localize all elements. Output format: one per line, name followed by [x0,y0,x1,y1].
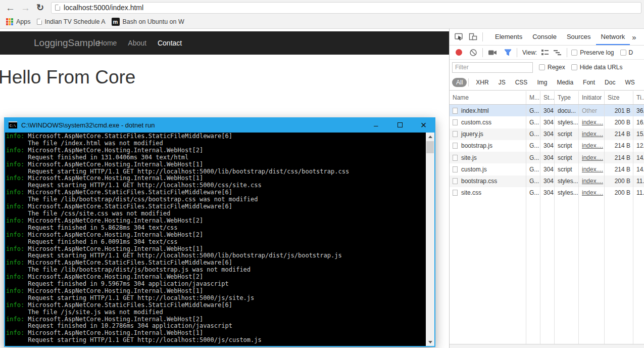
initiator-link[interactable]: index.... [579,128,605,140]
more-tabs-icon[interactable]: » [632,33,636,41]
initiator-link[interactable]: index.... [579,140,605,152]
divider [482,32,483,41]
file-icon [453,108,458,114]
filter-funnel-icon[interactable] [504,49,512,56]
file-icon [453,143,458,149]
network-table-row[interactable]: bootstrap.js G... 304 script index.... 2… [450,140,644,152]
initiator-link[interactable]: index.... [579,176,605,187]
table-header-cell[interactable]: Ti.. [633,91,644,104]
disable-cache-checkbox[interactable]: D [620,49,633,56]
maximize-icon[interactable] [388,117,412,133]
console-log: info: Microsoft.AspNetCore.StaticFiles.S… [6,133,425,346]
devtools-panel: ElementsConsoleSourcesNetwork » View: [449,29,644,348]
initiator-link[interactable]: index.... [579,187,605,199]
devtools-tabs: ElementsConsoleSourcesNetwork [490,29,630,45]
network-table-row[interactable]: custom.js G... 304 script index.... 214 … [450,163,644,175]
type-filter-pill[interactable]: CSS [511,78,532,87]
page-title: Hello From Core [0,67,135,88]
filter-input[interactable] [452,62,533,73]
bookmark-item[interactable]: m Bash on Ubuntu on W [112,18,184,26]
table-header-cell[interactable]: Size [605,91,633,104]
devtools-tab[interactable]: Sources [562,29,596,45]
checkbox-icon[interactable] [620,50,626,56]
record-icon[interactable] [456,49,462,56]
url-text[interactable]: localhost:5000/index.html [64,4,143,12]
back-icon[interactable]: ← [6,3,15,13]
console-log-line: info: Microsoft.AspNetCore.Hosting.Inter… [6,147,425,154]
initiator-link[interactable]: index.... [579,152,605,163]
console-log-line: info: Microsoft.AspNetCore.StaticFiles.S… [6,203,425,210]
devtools-tab[interactable]: Elements [490,29,527,45]
view-label: View: [522,49,537,56]
type-filter-pill[interactable]: WS [621,78,638,87]
url-bar[interactable]: localhost:5000/index.html [51,2,641,14]
clear-icon[interactable] [469,49,477,57]
type-filter-pill[interactable]: Manifest [640,78,644,87]
devtools-tab[interactable]: Console [527,29,562,45]
waterfall-view-icon[interactable] [553,49,562,56]
cmd-titlebar[interactable]: C:\ C:\WINDOWS\system32\cmd.exe - dotnet… [4,117,435,133]
checkbox-icon[interactable] [539,64,545,70]
navbar-link[interactable]: About [128,39,146,47]
preserve-log-checkbox[interactable]: Preserve log [571,49,614,56]
console-log-line: info: Microsoft.AspNetCore.StaticFiles.S… [6,259,425,267]
site-navbar: LoggingSample HomeAboutContact [0,31,449,55]
network-table-row[interactable]: jquery.js G... 304 script index.... 214 … [450,128,644,140]
screenshot-camera-icon[interactable] [488,49,497,56]
navbar-link[interactable]: Contact [158,39,182,47]
initiator-link[interactable]: index.... [579,163,605,175]
network-table-row[interactable]: custom.css G... 304 styles... index.... … [450,116,644,128]
hide-data-urls-checkbox[interactable]: Hide data URLs [571,64,623,71]
checkbox-icon[interactable] [571,64,577,70]
console-log-line: info: Microsoft.AspNetCore.Hosting.Inter… [6,218,425,225]
console-log-line: info: Microsoft.AspNetCore.Hosting.Inter… [6,274,425,281]
network-table-row[interactable]: site.css G... 304 styles... index.... 20… [450,187,644,199]
console-log-line: Request finished in 10.2786ms 304 applic… [6,323,425,330]
regex-checkbox[interactable]: Regex [539,64,565,71]
navbar-links: HomeAboutContact [98,31,182,55]
type-filter-pill[interactable]: Doc [601,78,619,87]
navbar-brand[interactable]: LoggingSample [34,37,101,49]
cmd-window: C:\ C:\WINDOWS\system32\cmd.exe - dotnet… [4,117,435,347]
type-filter-pill[interactable]: Font [579,78,599,87]
minimize-icon[interactable]: – [364,117,388,133]
network-table-header: NameM...St...TypeInitiatorSizeTi.. [450,91,644,105]
scroll-down-icon[interactable] [426,338,434,346]
network-table-row[interactable]: index.html G... 304 docu... Other 201 B … [450,105,644,116]
scroll-up-icon[interactable] [426,133,434,141]
type-filter-pill[interactable]: XHR [472,78,492,87]
cmd-title: C:\WINDOWS\system32\cmd.exe - dotnet run [21,121,155,129]
scrollbar-thumb[interactable] [426,141,434,153]
refresh-icon[interactable]: ↻ [36,2,44,13]
checkbox-icon[interactable] [571,50,577,56]
console-log-line: Request starting HTTP/1.1 GET http://loc… [6,337,425,344]
type-filter-pill[interactable]: Img [533,78,551,87]
list-view-icon[interactable] [541,49,549,56]
bookmark-item[interactable]: Indian TV Schedule A [37,18,106,25]
forward-icon[interactable]: → [21,3,30,13]
bookmark-items: Indian TV Schedule A m Bash on Ubuntu on… [31,18,184,26]
inspect-element-icon[interactable] [455,33,464,41]
table-header-cell[interactable]: Type [555,91,579,104]
initiator-link[interactable]: Other [579,105,605,116]
initiator-link[interactable]: index.... [579,116,605,128]
network-table-row[interactable]: bootstrap.css G... 304 styles... index..… [450,176,644,187]
browser-toolbar: ← → ↻ localhost:5000/index.html [0,0,644,15]
apps-shortcut[interactable]: Apps [6,18,31,25]
network-table-body: index.html G... 304 docu... Other 201 B … [450,105,644,199]
devtools-tabbar: ElementsConsoleSourcesNetwork » [450,29,644,46]
devtools-tab[interactable]: Network [596,29,630,45]
type-filter-pill[interactable]: Media [553,78,577,87]
close-icon[interactable]: × [412,117,435,133]
table-header-cell[interactable]: Name [450,91,526,104]
console-log-line: info: Microsoft.AspNetCore.Hosting.Inter… [6,330,425,337]
console-scrollbar[interactable] [426,133,434,346]
table-header-cell[interactable]: Initiator [579,91,605,104]
table-header-cell[interactable]: M... [526,91,540,104]
navbar-link[interactable]: Home [98,39,117,47]
type-filter-pill[interactable]: JS [494,78,510,87]
type-filter-pill[interactable]: All [452,78,467,87]
table-header-cell[interactable]: St... [540,91,555,104]
network-table-row[interactable]: site.js G... 304 script index.... 214 B … [450,152,644,163]
device-toolbar-icon[interactable] [469,33,477,41]
